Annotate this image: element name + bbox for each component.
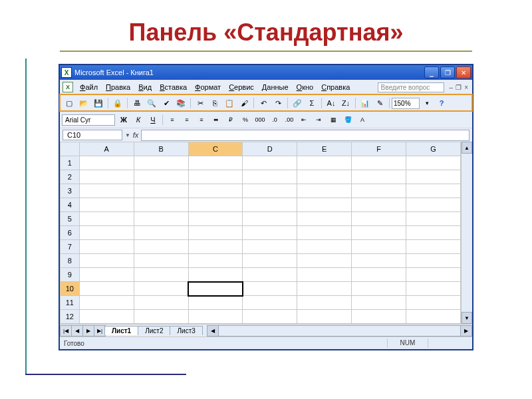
- sort-asc-icon[interactable]: A↓: [325, 96, 338, 110]
- cell[interactable]: [134, 268, 188, 282]
- doc-close-button[interactable]: ×: [464, 84, 468, 91]
- cell[interactable]: [79, 198, 134, 212]
- scroll-right-icon[interactable]: ▶: [460, 325, 472, 336]
- column-header[interactable]: C: [188, 142, 243, 156]
- cell[interactable]: [243, 156, 297, 170]
- cell[interactable]: [406, 240, 461, 254]
- cell[interactable]: [352, 226, 406, 240]
- tab-prev-icon[interactable]: ◀: [71, 325, 83, 336]
- cell[interactable]: [297, 212, 352, 226]
- sort-desc-icon[interactable]: Z↓: [339, 96, 352, 110]
- cell[interactable]: [134, 226, 188, 240]
- sheet-tab[interactable]: Лист3: [170, 326, 202, 335]
- name-box[interactable]: C10: [63, 130, 122, 140]
- cell[interactable]: [406, 282, 461, 296]
- cell[interactable]: [188, 296, 243, 310]
- cell[interactable]: [243, 282, 297, 296]
- cell[interactable]: [79, 310, 134, 324]
- cell[interactable]: [352, 212, 406, 226]
- cell[interactable]: [188, 282, 243, 296]
- cut-icon[interactable]: ✂: [194, 96, 207, 110]
- cell[interactable]: [297, 254, 352, 268]
- autosum-icon[interactable]: Σ: [305, 96, 319, 110]
- fx-icon[interactable]: fx: [130, 131, 141, 139]
- cell[interactable]: [406, 310, 461, 324]
- scroll-down-icon[interactable]: ▼: [462, 312, 472, 324]
- menu-справка[interactable]: Справка: [317, 82, 354, 92]
- name-box-dropdown-icon[interactable]: ▼: [125, 132, 130, 138]
- row-header[interactable]: 3: [61, 184, 80, 198]
- cell[interactable]: [188, 310, 243, 324]
- cell[interactable]: [134, 170, 188, 184]
- cell[interactable]: [243, 198, 297, 212]
- maximize-button[interactable]: ❐: [440, 66, 455, 78]
- cell[interactable]: [79, 268, 134, 282]
- cell[interactable]: [79, 156, 134, 170]
- row-header[interactable]: 9: [61, 268, 80, 282]
- cell[interactable]: [352, 198, 406, 212]
- paste-icon[interactable]: 📋: [223, 96, 236, 110]
- column-header[interactable]: E: [297, 142, 352, 156]
- cell[interactable]: [352, 184, 406, 198]
- cell[interactable]: [297, 310, 352, 324]
- cell[interactable]: [297, 184, 352, 198]
- bold-icon[interactable]: Ж: [117, 113, 130, 126]
- underline-icon[interactable]: Ч: [146, 113, 160, 126]
- row-header[interactable]: 8: [61, 254, 80, 268]
- save-icon[interactable]: 💾: [92, 96, 105, 110]
- cell[interactable]: [79, 170, 134, 184]
- cell[interactable]: [297, 282, 352, 296]
- cell[interactable]: [243, 226, 297, 240]
- cell[interactable]: [406, 254, 461, 268]
- spelling-icon[interactable]: ✔: [160, 96, 173, 110]
- font-color-icon[interactable]: A: [356, 113, 369, 126]
- close-button[interactable]: ✕: [456, 66, 471, 78]
- cell[interactable]: [243, 310, 297, 324]
- cell[interactable]: [134, 254, 188, 268]
- row-header[interactable]: 2: [61, 170, 80, 184]
- permission-icon[interactable]: 🔒: [111, 96, 124, 110]
- column-header[interactable]: B: [134, 142, 188, 156]
- help-icon[interactable]: ?: [435, 96, 448, 110]
- dec-indent-icon[interactable]: ⇤: [297, 113, 311, 126]
- select-all-corner[interactable]: [61, 142, 80, 156]
- tab-next-icon[interactable]: ▶: [82, 325, 94, 336]
- merge-icon[interactable]: ⬌: [209, 113, 223, 126]
- inc-dec-icon[interactable]: .0: [268, 113, 281, 126]
- scroll-left-icon[interactable]: ◀: [207, 325, 219, 336]
- cell[interactable]: [243, 212, 297, 226]
- cell[interactable]: [352, 156, 406, 170]
- menu-формат[interactable]: Формат: [191, 82, 225, 92]
- minimize-button[interactable]: ‗: [424, 66, 439, 78]
- vertical-scrollbar[interactable]: ▲ ▼: [461, 142, 472, 324]
- cell[interactable]: [406, 156, 461, 170]
- cell[interactable]: [188, 212, 243, 226]
- cell[interactable]: [406, 226, 461, 240]
- cell[interactable]: [243, 240, 297, 254]
- cell[interactable]: [406, 198, 461, 212]
- sheet-tab[interactable]: Лист2: [138, 326, 170, 335]
- open-icon[interactable]: 📂: [77, 96, 90, 110]
- help-search-box[interactable]: Введите вопрос: [378, 82, 444, 92]
- cell[interactable]: [243, 268, 297, 282]
- cell[interactable]: [79, 212, 134, 226]
- redo-icon[interactable]: ↷: [271, 96, 285, 110]
- cell[interactable]: [352, 170, 406, 184]
- print-icon[interactable]: 🖶: [130, 96, 144, 110]
- zoom-dropdown-icon[interactable]: ▾: [420, 96, 434, 110]
- cell[interactable]: [134, 296, 188, 310]
- align-left-icon[interactable]: ≡: [166, 113, 179, 126]
- cell[interactable]: [188, 184, 243, 198]
- cell[interactable]: [297, 198, 352, 212]
- copy-icon[interactable]: ⎘: [208, 96, 221, 110]
- fill-color-icon[interactable]: 🪣: [341, 113, 354, 126]
- cell[interactable]: [243, 254, 297, 268]
- borders-icon[interactable]: ▦: [327, 113, 340, 126]
- row-header[interactable]: 12: [61, 310, 80, 324]
- cell[interactable]: [406, 296, 461, 310]
- cell[interactable]: [134, 240, 188, 254]
- row-header[interactable]: 1: [61, 156, 80, 170]
- cell[interactable]: [352, 282, 406, 296]
- cell[interactable]: [297, 226, 352, 240]
- row-header[interactable]: 4: [61, 198, 80, 212]
